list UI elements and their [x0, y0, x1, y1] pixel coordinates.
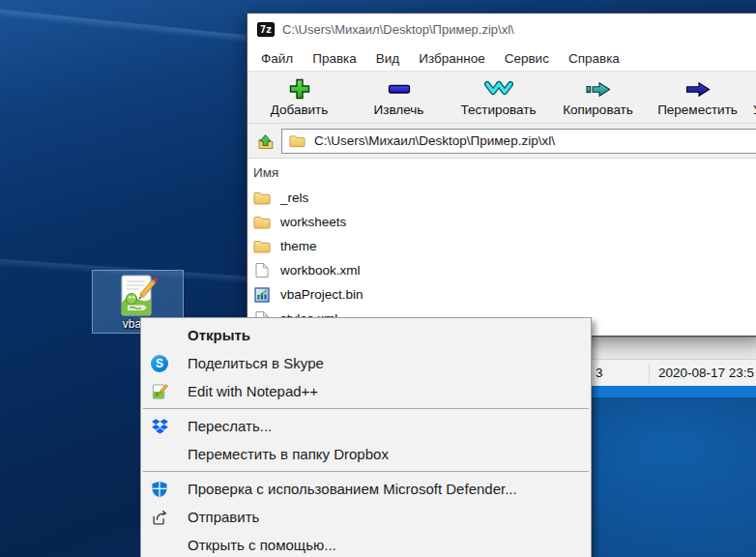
menu-item-edit-notepadpp[interactable]: Edit with Notepad++: [141, 377, 591, 405]
copy-button[interactable]: Копировать: [548, 76, 648, 123]
copy-arrow-icon: [586, 76, 611, 102]
list-item-theme[interactable]: theme: [247, 234, 756, 258]
no-icon: [151, 537, 168, 554]
add-plus-icon: [288, 76, 311, 102]
desktop: 3 2020-08-17 23:5 vbaPr: [0, 0, 756, 557]
list-item-worksheets[interactable]: worksheets: [247, 210, 756, 234]
menu-edit[interactable]: Правка: [303, 48, 366, 69]
menu-favorites[interactable]: Избранное: [409, 48, 494, 69]
folder-icon: [252, 216, 272, 229]
menu-bar: Файл Правка Вид Избранное Сервис Справка: [247, 45, 756, 71]
notepadpp-icon: [151, 383, 168, 400]
no-icon: [151, 327, 168, 344]
folder-icon: [252, 191, 272, 205]
menu-tools[interactable]: Сервис: [495, 48, 559, 69]
seven-zip-app-icon: 7z: [257, 22, 275, 37]
defender-shield-icon: [151, 481, 168, 498]
notepadpp-document-icon: [115, 273, 161, 319]
file-list: Имя _rels worksheets theme: [247, 158, 756, 336]
extract-minus-icon: [388, 76, 411, 102]
no-icon: [151, 446, 168, 463]
move-button[interactable]: Переместить: [648, 76, 747, 123]
title-bar: 7z C:\Users\Михаил\Desktop\Пример.zip\xl…: [247, 14, 756, 45]
menu-item-open[interactable]: Открыть: [141, 321, 591, 349]
menu-item-send-to[interactable]: Отправить: [141, 503, 591, 531]
menu-item-open-with[interactable]: Открыть с помощью...: [141, 531, 591, 557]
menu-item-defender-scan[interactable]: Проверка с использованием Microsoft Defe…: [141, 475, 591, 503]
menu-view[interactable]: Вид: [366, 48, 409, 69]
address-path: C:\Users\Михаил\Desktop\Пример.zip\xl\: [314, 133, 555, 148]
toolbar: Добавить Извлечь: [247, 71, 756, 123]
extract-button[interactable]: Извлечь: [349, 76, 449, 123]
add-button[interactable]: Добавить: [249, 76, 349, 123]
menu-help[interactable]: Справка: [559, 48, 629, 69]
list-item-vbaproject-bin[interactable]: vbaProject.bin: [247, 282, 756, 307]
folder-icon: [252, 240, 272, 253]
column-header-name[interactable]: Имя: [247, 159, 756, 186]
file-icon: [252, 262, 272, 278]
menu-item-share-skype[interactable]: S Поделиться в Skype: [141, 349, 591, 377]
seven-zip-window: 7z C:\Users\Михаил\Desktop\Пример.zip\xl…: [247, 13, 756, 337]
menu-file[interactable]: Файл: [251, 48, 303, 69]
folder-up-icon: [255, 132, 275, 151]
context-menu: Открыть S Поделиться в Skype Edit with N…: [140, 317, 592, 557]
menu-item-dropbox-move[interactable]: Переместить в папку Dropbox: [141, 440, 591, 468]
test-check-icon: [484, 76, 513, 102]
menu-item-dropbox-send[interactable]: Переслать...: [141, 412, 591, 440]
test-button[interactable]: Тестировать: [449, 76, 548, 123]
address-combobox[interactable]: C:\Users\Михаил\Desktop\Пример.zip\xl\: [281, 129, 756, 154]
window-title: C:\Users\Михаил\Desktop\Пример.zip\xl\: [282, 22, 514, 37]
menu-separator: [143, 471, 589, 472]
folder-icon: [289, 134, 305, 148]
file-size-partial: 3: [596, 366, 603, 380]
list-item-rels[interactable]: _rels: [247, 186, 756, 210]
address-bar: C:\Users\Михаил\Desktop\Пример.zip\xl\: [247, 123, 756, 158]
column-separator: [649, 363, 650, 383]
list-item-workbook-xml[interactable]: workbook.xml: [247, 258, 756, 282]
dropbox-icon: [151, 418, 168, 435]
delete-button-partial[interactable]: У: [747, 76, 756, 123]
file-date-partial: 2020-08-17 23:5: [658, 366, 754, 380]
share-icon: [151, 509, 168, 526]
vba-bin-icon: [252, 287, 272, 303]
up-directory-button[interactable]: [252, 129, 277, 154]
skype-icon: S: [151, 355, 168, 372]
move-arrow-icon: [685, 76, 711, 102]
menu-separator: [143, 408, 589, 409]
